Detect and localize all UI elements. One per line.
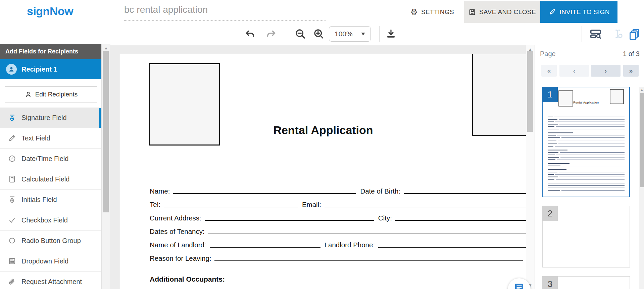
field-item-label: Date/Time Field: [21, 155, 68, 163]
blank-line: [164, 206, 298, 207]
toolbar-divider: [287, 26, 287, 42]
page-thumbnail-1[interactable]: Rental Application: [542, 87, 630, 197]
top-bar: signNow bc rental application ⚙ SETTINGS…: [0, 0, 644, 23]
form-label: City:: [374, 214, 395, 222]
pages-panel: Page 1 of 3 « ‹ › » Rental Application 1…: [535, 45, 644, 289]
download-button[interactable]: [384, 27, 398, 41]
chevron-down-icon: [361, 33, 365, 35]
copy-pages-button[interactable]: [627, 27, 642, 41]
field-item-initials[interactable]: Initials Field: [0, 190, 101, 210]
first-page-button[interactable]: «: [541, 65, 557, 77]
section-heading: Additional Occupants:: [150, 275, 225, 283]
form-label: Name:: [150, 187, 173, 195]
form-label: Date of Birth:: [356, 187, 404, 195]
invite-to-sign-label: INVITE TO SIGN: [559, 8, 610, 16]
redo-button[interactable]: [264, 27, 279, 41]
settings-button[interactable]: ⚙ SETTINGS: [407, 1, 457, 23]
field-item-label: Checkbox Field: [21, 216, 68, 224]
recipient-label: Recipient 1: [21, 66, 57, 73]
form-label: Dates of Tenancy:: [150, 228, 208, 236]
field-item-label: Request Attachment: [21, 278, 82, 286]
recipient-avatar-icon: [6, 64, 17, 75]
field-item-dropdown[interactable]: Dropdown Field: [0, 251, 101, 272]
form-label: Email:: [298, 201, 325, 209]
person-icon: [24, 91, 32, 98]
gear-icon: ⚙: [410, 8, 418, 16]
recipient-1-row[interactable]: Recipient 1: [0, 59, 101, 79]
undo-button[interactable]: [243, 27, 257, 41]
fields-sidebar: Add Fields for Recipients Recipient 1 Ed…: [0, 44, 101, 289]
form-label: Tel:: [150, 201, 164, 209]
field-item-request-attachment[interactable]: Request Attachment: [0, 272, 101, 289]
field-item-calculated[interactable]: Calculated Field: [0, 169, 101, 190]
edit-recipients-label: Edit Recipients: [35, 91, 78, 98]
blank-line: [208, 233, 527, 234]
blank-line: [173, 193, 356, 194]
blank-line: [378, 247, 527, 248]
blank-line: [205, 220, 374, 221]
page-1-badge[interactable]: 1: [542, 87, 558, 102]
initials-pen-icon: [8, 196, 16, 204]
settings-label: SETTINGS: [421, 8, 454, 16]
page-3-badge[interactable]: 3: [542, 276, 558, 289]
sidebar-scrollbar-thumb[interactable]: [103, 51, 109, 212]
zoom-out-button[interactable]: [293, 27, 308, 41]
pencil-icon: [8, 134, 16, 142]
clock-icon: [8, 155, 16, 163]
blank-line: [210, 247, 320, 248]
field-item-signature[interactable]: Signature Field: [0, 108, 101, 128]
radio-circle-icon: [8, 237, 16, 245]
blank-line: [214, 260, 523, 261]
invite-to-sign-button[interactable]: INVITE TO SIGN: [540, 1, 617, 23]
sidebar-header: Add Fields for Recipients: [0, 44, 101, 59]
field-item-label: Dropdown Field: [21, 257, 68, 265]
scrollbar-up-arrow[interactable]: ▲: [102, 44, 110, 50]
zoom-level-value: 100%: [335, 30, 353, 38]
document-page-1[interactable]: Rental Application Name: Date of Birth: …: [120, 54, 527, 289]
document-title-input[interactable]: bc rental application: [124, 4, 326, 15]
field-item-label: Calculated Field: [21, 175, 69, 183]
document-viewport: Rental Application Name: Date of Birth: …: [110, 45, 535, 289]
document-title-underline: [124, 20, 326, 21]
next-page-button[interactable]: ›: [591, 65, 621, 77]
save-icon: [468, 8, 476, 16]
field-finder-button[interactable]: [588, 27, 603, 41]
form-label: Landlord Phone:: [320, 241, 378, 249]
field-item-label: Signature Field: [21, 114, 67, 122]
field-item-datetime[interactable]: Date/Time Field: [0, 149, 101, 169]
toolbar-divider: [582, 26, 582, 42]
field-item-label: Text Field: [21, 134, 50, 142]
comment-bubble-icon: [513, 281, 525, 289]
edit-recipients-button[interactable]: Edit Recipients: [5, 86, 97, 102]
field-item-label: Radio Button Group: [21, 237, 81, 245]
field-settings-button-disabled[interactable]: [610, 27, 625, 41]
blank-line: [395, 220, 527, 221]
field-type-list: Signature Field Text Field Date/Time Fi: [0, 108, 101, 289]
signnow-logo[interactable]: signNow: [27, 5, 73, 18]
blank-line: [404, 193, 527, 194]
blank-line: [325, 206, 527, 207]
signature-pen-icon: [8, 114, 16, 122]
editor-toolbar: 100%: [0, 23, 644, 46]
scrollbar-up-arrow[interactable]: ▲: [639, 87, 644, 91]
dropdown-list-icon: [8, 257, 16, 265]
previous-page-button[interactable]: ‹: [559, 65, 589, 77]
field-item-checkbox[interactable]: Checkbox Field: [0, 210, 101, 231]
form-label: Reason for Leaving:: [150, 254, 214, 262]
calculator-icon: [8, 175, 16, 183]
feather-icon: [548, 8, 556, 16]
field-item-text[interactable]: Text Field: [0, 128, 101, 149]
zoom-level-dropdown[interactable]: 100%: [329, 26, 371, 42]
thumbnail-title: Rental Application: [573, 100, 599, 104]
save-and-close-button[interactable]: SAVE AND CLOSE: [464, 1, 540, 23]
field-item-radio-group[interactable]: Radio Button Group: [0, 231, 101, 251]
toolbar-divider: [379, 26, 380, 42]
document-heading: Rental Application: [120, 124, 526, 137]
document-scrollbar-thumb[interactable]: [527, 51, 533, 132]
panel-scrollbar-thumb[interactable]: [640, 93, 644, 187]
page-2-badge[interactable]: 2: [542, 206, 558, 221]
paperclip-icon: [8, 278, 16, 286]
zoom-in-button[interactable]: [311, 27, 326, 41]
save-and-close-label: SAVE AND CLOSE: [479, 8, 536, 16]
last-page-button[interactable]: »: [623, 65, 639, 77]
